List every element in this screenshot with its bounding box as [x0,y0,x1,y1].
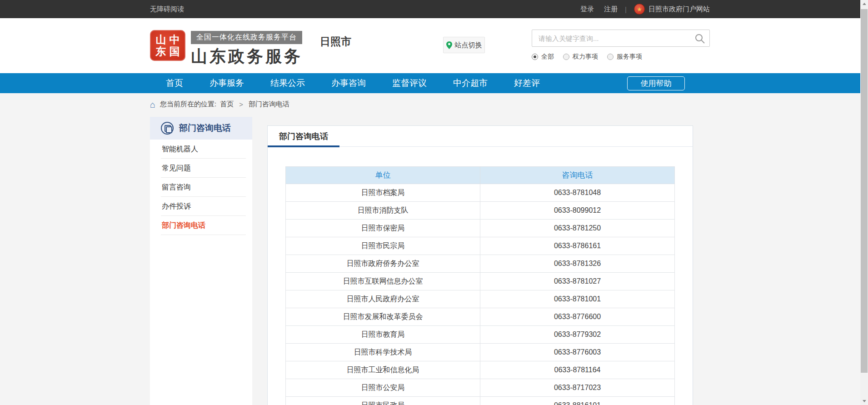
search-input[interactable] [532,30,710,47]
breadcrumb: ⌂ 您当前所在的位置: 首页 > 部门咨询电话 [150,93,710,115]
table-row: 日照市民政局 0633-8816101 [286,397,675,405]
unit-cell: 日照市消防支队 [286,202,480,220]
help-button[interactable]: 使用帮助 [627,76,685,90]
scroll-up-button[interactable] [860,0,868,8]
portal-link[interactable]: 日照市政府门户网站 [649,5,710,14]
table-row: 日照市档案局 0633-8781048 [286,184,675,202]
platform-badge: 全国一体化在线政务服务平台 [191,31,302,44]
home-icon: ⌂ [150,100,155,109]
seal-right-text: 中国 [169,34,180,58]
table-row: 日照市公安局 0633-8717023 [286,379,675,397]
top-utility-bar: 无障碍阅读 登录 注册 | ★ 日照市政府门户网站 [0,0,868,18]
table-row: 日照市工业和信息化局 0633-8781164 [286,361,675,379]
nav-item[interactable]: 中介超市 [453,77,488,89]
breadcrumb-band: ⌂ 您当前所在的位置: 首页 > 部门咨询电话 [0,93,868,115]
breadcrumb-prefix: 您当前所在的位置: [160,100,216,109]
table-row: 日照市科学技术局 0633-8776003 [286,344,675,361]
sidebar-item[interactable]: 智能机器人 [150,140,252,159]
scroll-up-icon [863,3,866,5]
register-link[interactable]: 注册 [604,5,618,14]
site-switch-label: 站点切换 [455,41,482,50]
phone-cell: 0633-8717023 [480,379,675,397]
table-row: 日照市民宗局 0633-8786161 [286,237,675,255]
unit-cell: 日照市发展和改革委员会 [286,308,480,326]
scroll-down-button[interactable] [860,397,868,405]
nav-item[interactable]: 结果公示 [270,77,305,89]
sidebar: 部门咨询电话 智能机器人常见问题留言咨询办件投诉部门咨询电话 [150,117,252,405]
breadcrumb-separator: > [239,100,243,108]
search-scope-radio[interactable]: 权力事项 [563,53,598,61]
radio-label: 服务事项 [617,53,642,61]
login-link[interactable]: 登录 [580,5,594,14]
unit-cell: 日照市民政局 [286,397,480,405]
vertical-scrollbar[interactable] [860,0,868,405]
table-header-row: 单位 咨询电话 [286,167,675,184]
phone-cell: 0633-8781001 [480,290,675,308]
table-row: 日照市发展和改革委员会 0633-8776600 [286,308,675,326]
breadcrumb-home-link[interactable]: 首页 [220,100,234,109]
main-navigation: 首页办事服务结果公示办事咨询监督评议中介超市好差评 使用帮助 [0,73,868,93]
nav-item[interactable]: 首页 [166,77,183,89]
radio-icon [563,54,569,60]
phone-cell: 0633-8781250 [480,220,675,237]
phone-cell: 0633-8816101 [480,397,675,405]
nav-item[interactable]: 监督评议 [392,77,427,89]
site-switch-button[interactable]: 站点切换 [443,37,485,53]
nav-item[interactable]: 办事咨询 [331,77,366,89]
scrollbar-thumb[interactable] [861,9,868,373]
unit-cell: 日照市档案局 [286,184,480,202]
site-header: 山东 中国 全国一体化在线政务服务平台 山东政务服务 日照市 站点切换 [0,18,868,73]
national-emblem-icon: ★ [634,4,645,15]
unit-cell: 日照市工业和信息化局 [286,361,480,379]
unit-cell: 日照市政府侨务办公室 [286,255,480,273]
sidebar-item[interactable]: 部门咨询电话 [150,216,252,235]
nav-items: 首页办事服务结果公示办事咨询监督评议中介超市好差评 [166,77,540,89]
table-row: 日照市政府侨务办公室 0633-8781326 [286,255,675,273]
radio-icon [607,54,614,60]
column-header-phone[interactable]: 咨询电话 [480,167,675,184]
site-logo[interactable]: 山东 中国 全国一体化在线政务服务平台 山东政务服务 [150,30,303,68]
tab-row: 部门咨询电话 [268,126,693,147]
seal-left-text: 山东 [155,34,166,58]
nav-item[interactable]: 办事服务 [210,77,244,89]
unit-cell: 日照市人民政府办公室 [286,290,480,308]
sidebar-item[interactable]: 留言咨询 [150,178,252,197]
breadcrumb-current: 部门咨询电话 [249,100,289,109]
table-row: 日照市人民政府办公室 0633-8781001 [286,290,675,308]
location-pin-icon [446,41,452,49]
sidebar-item[interactable]: 常见问题 [150,159,252,178]
topbar-divider: | [625,5,627,13]
scroll-down-icon [863,400,866,402]
search-icon[interactable] [694,33,705,46]
unit-cell: 日照市教育局 [286,326,480,344]
phone-cell: 0633-8776003 [480,344,675,361]
table-row: 日照市互联网信息办公室 0633-8781027 [286,273,675,290]
sidebar-item[interactable]: 办件投诉 [150,197,252,216]
search-scope-radio[interactable]: 服务事项 [607,53,642,61]
sidebar-header: 部门咨询电话 [150,117,252,140]
sidebar-menu: 智能机器人常见问题留言咨询办件投诉部门咨询电话 [150,140,252,235]
phone-cell: 0633-8781326 [480,255,675,273]
accessibility-link[interactable]: 无障碍阅读 [150,5,184,14]
unit-cell: 日照市科学技术局 [286,344,480,361]
sidebar-title: 部门咨询电话 [179,122,231,134]
nav-item[interactable]: 好差评 [514,77,540,89]
unit-cell: 日照市公安局 [286,379,480,397]
phone-cell: 0633-8786161 [480,237,675,255]
brand-title: 山东政务服务 [191,45,303,68]
phone-table: 单位 咨询电话 日照市档案局 0633-8781048 日照市消防支队 0633… [285,166,675,405]
phone-cell: 0633-8781164 [480,361,675,379]
city-title: 日照市 [320,35,351,49]
phone-cell: 0633-8779302 [480,326,675,344]
unit-cell: 日照市保密局 [286,220,480,237]
search-scope-radio[interactable]: 全部 [532,53,554,61]
pages-icon [161,122,174,135]
search-scope-options: 全部 权力事项 服务事项 [532,53,710,61]
column-header-unit[interactable]: 单位 [286,167,480,184]
phone-cell: 0633-8099012 [480,202,675,220]
tab-department-phones[interactable]: 部门咨询电话 [268,126,339,147]
phone-cell: 0633-8776600 [480,308,675,326]
table-row: 日照市消防支队 0633-8099012 [286,202,675,220]
unit-cell: 日照市民宗局 [286,237,480,255]
unit-cell: 日照市互联网信息办公室 [286,273,480,290]
